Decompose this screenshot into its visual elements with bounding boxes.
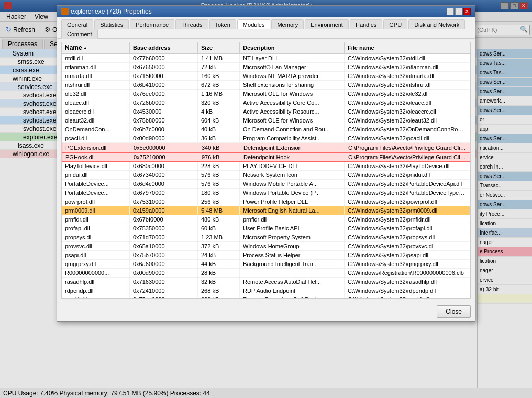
dialog-app-icon	[61, 8, 69, 15]
table-row[interactable]: prm0009.dll 0x159a0000 5.48 MB Microsoft…	[62, 206, 470, 215]
table-row[interactable]: rdpendp.dll 0x72410000 268 kB RDP Audio …	[62, 286, 470, 295]
table-row[interactable]: prnfldr.dll 0x67bf0000 480 kB prnfldr dl…	[62, 215, 470, 224]
cell-name: rpcrt4.dll	[62, 295, 130, 298]
cell-name: PortableDevice...	[62, 189, 130, 197]
dialog-tabs: General Statistics Performance Threads T…	[57, 17, 475, 39]
cell-desc	[240, 269, 345, 277]
table-row[interactable]: ntdll.dll 0x77b60000 1.41 MB NT Layer DL…	[62, 54, 470, 63]
tab-comment[interactable]: Comment	[61, 29, 98, 39]
cell-name: propsys.dll	[62, 233, 130, 241]
cell-name: ntdll.dll	[62, 54, 130, 62]
table-row[interactable]: oleacc.dll 0x726b0000 320 kB Active Acce…	[62, 98, 470, 107]
table-row[interactable]: ole32.dll 0x76ee0000 1.16 MB Microsoft O…	[62, 90, 470, 98]
table-header: Name ▲ Base address Size Description Fil…	[62, 42, 470, 54]
cell-desc: Defendpoint Hook	[240, 153, 345, 161]
tab-threads[interactable]: Threads	[175, 19, 208, 29]
cell-desc: Microsoft Property System	[240, 233, 345, 241]
cell-size: 372 kB	[198, 242, 240, 250]
cell-name: profapi.dll	[62, 224, 130, 233]
table-row[interactable]: pnidui.dll 0x67340000 576 kB Network Sys…	[62, 171, 470, 180]
cell-file: C:\Windows\System32\psapi.dll	[345, 251, 470, 259]
cell-base: 0x77b60000	[130, 54, 198, 62]
table-row[interactable]: PGHook.dll 0x75210000 976 kB Defendpoint…	[62, 152, 470, 162]
table-row[interactable]: provsvc.dll 0x65a10000 372 kB Windows Ho…	[62, 242, 470, 251]
table-row[interactable]: oleaccrc.dll 0x4530000 4 kB Active Acces…	[62, 107, 470, 116]
cell-size: 1.23 MB	[198, 233, 240, 241]
col-description[interactable]: Description	[240, 42, 345, 53]
tab-memory[interactable]: Memory	[271, 19, 304, 29]
cell-size: 1.16 MB	[198, 90, 240, 98]
cell-name: qmgrprxy.dll	[62, 260, 130, 268]
cell-base: 0x65a10000	[130, 242, 198, 250]
cell-desc: Background Intelligent Tran...	[240, 260, 345, 268]
close-button[interactable]: Close	[437, 305, 471, 318]
cell-base: 0x67340000	[130, 171, 198, 179]
cell-base: 0x71d70000	[130, 233, 198, 241]
table-row[interactable]: PortableDevice... 0x6d4c0000 576 kB Wind…	[62, 180, 470, 189]
dialog-close-btn[interactable]: ✕	[463, 8, 471, 15]
cell-size: 604 kB	[198, 116, 240, 125]
cell-name: ole32.dll	[62, 90, 130, 98]
cell-desc: Active Accessibility Resourc...	[240, 107, 345, 116]
tab-performance[interactable]: Performance	[130, 19, 174, 29]
cell-file: C:\Windows\System32\oleaut32.dll	[345, 116, 470, 125]
table-row[interactable]: profapi.dll 0x75350000 60 kB User Profil…	[62, 224, 470, 233]
tab-token[interactable]: Token	[209, 19, 236, 29]
tab-modules[interactable]: Modules	[237, 19, 271, 29]
tab-disk-network[interactable]: Disk and Network	[408, 19, 465, 29]
table-row[interactable]: ntshrui.dll 0x6b410000 672 kB Shell exte…	[62, 81, 470, 90]
table-row[interactable]: ntlanman.dll 0x67650000 72 kB Microsoft®…	[62, 63, 470, 72]
col-name[interactable]: Name ▲	[62, 42, 130, 53]
cell-name: ntlanman.dll	[62, 63, 130, 71]
table-row[interactable]: ntmarta.dll 0x715f0000 160 kB Windows NT…	[62, 72, 470, 81]
table-row[interactable]: propsys.dll 0x71d70000 1.23 MB Microsoft…	[62, 233, 470, 242]
cell-base: 0x5e000000	[130, 143, 198, 152]
tab-general[interactable]: General	[61, 19, 93, 29]
cell-file: C:\Windows\System32\ntmarta.dll	[345, 72, 470, 80]
modules-table-container[interactable]: Name ▲ Base address Size Description Fil…	[61, 42, 471, 298]
cell-base: 0x6a600000	[130, 260, 198, 268]
tab-statistics[interactable]: Statistics	[94, 19, 129, 29]
dialog-maximize-btn[interactable]: □	[455, 8, 462, 15]
tab-handles[interactable]: Handles	[350, 19, 382, 29]
cell-size: 340 kB	[198, 143, 240, 152]
table-row[interactable]: qmgrprxy.dll 0x6a600000 44 kB Background…	[62, 260, 470, 269]
col-size[interactable]: Size	[198, 42, 240, 53]
dialog-footer: Close	[57, 302, 475, 321]
cell-file: C:\Windows\System32\OnDemandConnRouteHel…	[345, 125, 470, 134]
cell-name: prm0009.dll	[62, 206, 130, 215]
cell-file: C:\Windows\System32\propsys.dll	[345, 233, 470, 241]
table-row[interactable]: psapi.dll 0x75b70000 24 kB Process Statu…	[62, 251, 470, 260]
cell-desc: Power Profile Helper DLL	[240, 197, 345, 206]
col-filename[interactable]: File name	[345, 42, 470, 53]
cell-desc: PLAYTODEVICE DLL	[240, 162, 345, 170]
cell-name: pcacli.dll	[62, 134, 130, 142]
cell-file: C:\Windows\System32\PortableDeviceApi.dl…	[345, 180, 470, 188]
table-row[interactable]: PGExtension.dll 0x5e000000 340 kB Defend…	[62, 143, 470, 152]
cell-file: C:\Windows\System32\prnfldr.dll	[345, 215, 470, 224]
dialog-minimize-btn[interactable]: —	[447, 8, 454, 15]
cell-file: C:\Windows\System32\rasadhlp.dll	[345, 278, 470, 286]
table-row[interactable]: PlayToDevice.dll 0x680c0000 228 kB PLAYT…	[62, 162, 470, 171]
table-row[interactable]: R00000000000... 0x00d90000 28 kB C:\Wind…	[62, 269, 470, 278]
table-row[interactable]: rpcrt4.dll 0x75aa0000 832 kB Remote Proc…	[62, 295, 470, 298]
cell-base: 0x67bf0000	[130, 215, 198, 224]
table-row[interactable]: powrprof.dll 0x75310000 256 kB Power Pro…	[62, 197, 470, 206]
cell-name: pnidui.dll	[62, 171, 130, 179]
cell-base: 0x67650000	[130, 63, 198, 71]
table-row[interactable]: rasadhlp.dll 0x71630000 32 kB Remote Acc…	[62, 278, 470, 286]
cell-file: C:\Windows\System32\PortableDeviceTypes.…	[345, 189, 470, 197]
tab-gpu[interactable]: GPU	[383, 19, 407, 29]
col-base-address[interactable]: Base address	[130, 42, 198, 53]
cell-base: 0x726b0000	[130, 98, 198, 107]
table-body: ntdll.dll 0x77b60000 1.41 MB NT Layer DL…	[62, 54, 470, 298]
cell-size: 44 kB	[198, 260, 240, 268]
table-row[interactable]: pcacli.dll 0x00d90000 36 kB Program Comp…	[62, 134, 470, 143]
table-row[interactable]: OnDemandCon... 0x6b7c0000 40 kB On Deman…	[62, 125, 470, 134]
table-row[interactable]: oleaut32.dll 0x75b80000 604 kB Microsoft…	[62, 116, 470, 125]
tab-environment[interactable]: Environment	[305, 19, 349, 29]
cell-size: 160 kB	[198, 72, 240, 80]
cell-file: C:\Windows\Registration\R000000000006.cl…	[345, 269, 470, 277]
cell-base: 0x72410000	[130, 286, 198, 295]
table-row[interactable]: PortableDevice... 0x67970000 180 kB Wind…	[62, 189, 470, 197]
